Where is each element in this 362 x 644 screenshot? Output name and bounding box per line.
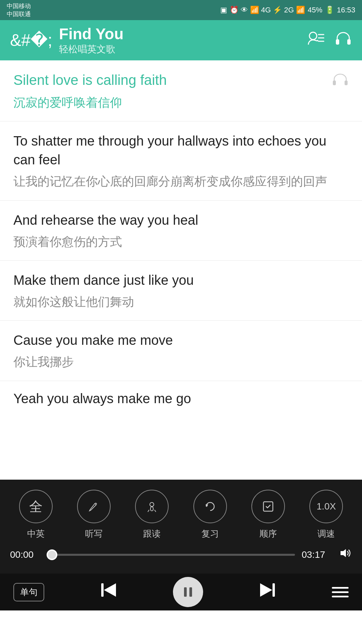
next-button[interactable] (257, 580, 278, 604)
battery-icon: 🔋 (325, 6, 334, 14)
progress-bar[interactable] (47, 554, 295, 556)
time-display: 16:53 (337, 6, 355, 14)
lyric-row-1[interactable]: To shatter me through your hallways into… (0, 121, 362, 200)
svg-line-10 (148, 510, 149, 512)
svg-line-11 (155, 510, 156, 512)
toolbar-buttons: 全 中英 听写 跟读 (0, 490, 362, 540)
lyric-en-0: Silent love is calling faith 沉寂的爱呼唤着信仰 (13, 70, 167, 111)
svg-rect-13 (263, 502, 273, 511)
status-bar: 中国移动 中国联通 ▣ ⏰ 👁 📶 4G ⚡ 2G 📶 45% 🔋 16:53 (0, 0, 362, 20)
svg-rect-4 (336, 39, 339, 45)
menu-line-3 (332, 596, 349, 597)
toolbar-btn-fuxi[interactable]: 复习 (193, 490, 227, 540)
back-button[interactable]: &#�; (10, 31, 52, 50)
svg-rect-17 (184, 587, 187, 597)
svg-marker-14 (341, 549, 346, 557)
lyric-row-0[interactable]: Silent love is calling faith 沉寂的爱呼唤着信仰 (0, 60, 362, 121)
carrier-info: 中国移动 中国联通 (7, 2, 31, 18)
time-total: 03:17 (302, 549, 332, 560)
menu-button[interactable] (332, 587, 349, 597)
carrier-top: 中国移动 (7, 2, 31, 10)
tiaoshu-icon: 1.0X (309, 490, 343, 523)
signal-icons: ▣ ⏰ 👁 📶 4G ⚡ 2G 📶 (220, 6, 305, 14)
svg-point-8 (150, 502, 154, 506)
toolbar-btn-tingxie[interactable]: 听写 (77, 490, 111, 540)
svg-marker-16 (104, 583, 116, 597)
svg-rect-18 (189, 587, 192, 597)
svg-rect-9 (150, 507, 153, 511)
progress-area: 00:00 03:17 (0, 540, 362, 563)
toolbar-btn-zhongying[interactable]: 全 中英 (19, 490, 53, 540)
toolbar-btn-shunxu[interactable]: 顺序 (251, 490, 285, 540)
header-title: Find You 轻松唱英文歌 (59, 25, 124, 56)
svg-rect-6 (333, 80, 336, 85)
lyric-row-3[interactable]: Make them dance just like you 就如你这般让他们舞动 (0, 261, 362, 321)
partial-lyric-row: Yeah you always make me go (0, 381, 362, 408)
shunxu-icon (251, 490, 285, 523)
toolbar: 全 中英 听写 跟读 (0, 480, 362, 574)
toolbar-btn-tiaoshu[interactable]: 1.0X 调速 (309, 490, 343, 540)
svg-rect-7 (345, 80, 348, 85)
status-right: ▣ ⏰ 👁 📶 4G ⚡ 2G 📶 45% 🔋 16:53 (220, 6, 355, 14)
lyrics-content: Silent love is calling faith 沉寂的爱呼唤着信仰 T… (0, 60, 362, 480)
prev-button[interactable] (99, 580, 119, 604)
gendu-icon (135, 490, 169, 523)
song-title: Find You (59, 25, 124, 43)
tingxie-icon (77, 490, 111, 523)
battery-text: 45% (308, 6, 322, 14)
svg-rect-19 (273, 583, 275, 597)
svg-marker-20 (260, 583, 272, 597)
volume-icon[interactable] (339, 546, 352, 563)
single-sentence-button[interactable]: 单句 (13, 583, 44, 601)
header-icons (307, 30, 352, 51)
headphone-header-icon[interactable] (335, 30, 352, 51)
carrier-bottom: 中国联通 (7, 10, 31, 18)
svg-point-0 (309, 32, 317, 40)
menu-line-1 (332, 587, 349, 589)
profile-icon[interactable] (307, 30, 324, 51)
header: &#�; Find You 轻松唱英文歌 (0, 20, 362, 60)
song-subtitle: 轻松唱英文歌 (59, 43, 124, 56)
playback-controls: 单句 (0, 574, 362, 610)
zhongying-icon: 全 (19, 490, 53, 523)
svg-rect-5 (347, 39, 351, 45)
header-left: &#�; Find You 轻松唱英文歌 (10, 25, 124, 56)
progress-dot[interactable] (47, 549, 57, 560)
lyric-headphone-icon (332, 72, 349, 93)
pause-button[interactable] (173, 577, 203, 607)
time-current: 00:00 (10, 549, 40, 560)
toolbar-btn-gendu[interactable]: 跟读 (135, 490, 169, 540)
lyric-row-4[interactable]: Cause you make me move 你让我挪步 (0, 321, 362, 381)
menu-line-2 (332, 591, 349, 593)
lyric-row-2[interactable]: And rehearse the way you heal 预演着你愈伤的方式 (0, 201, 362, 261)
fuxi-icon (193, 490, 227, 523)
svg-rect-15 (101, 583, 104, 597)
